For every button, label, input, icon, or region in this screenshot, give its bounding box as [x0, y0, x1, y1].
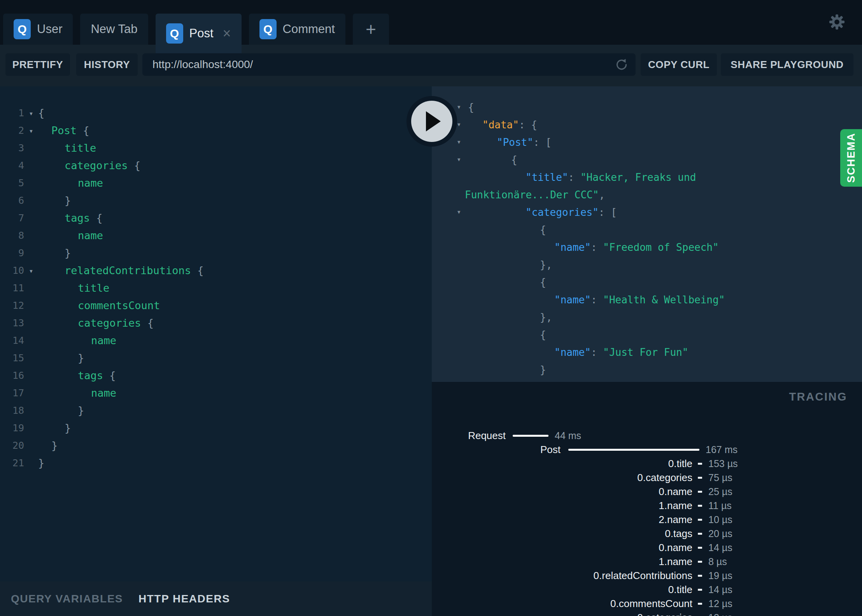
line-number: 20: [0, 440, 24, 451]
editor-line[interactable]: 10▾relatedContributions {: [0, 262, 432, 279]
code-token: }: [65, 422, 71, 434]
fold-arrow-icon[interactable]: ▾: [24, 126, 38, 135]
fold-arrow-icon[interactable]: ▾: [457, 138, 461, 145]
editor-line[interactable]: 4categories {: [0, 157, 432, 174]
execute-button[interactable]: [406, 96, 457, 147]
tracing-label: 0.commentsCount: [432, 598, 692, 610]
code-text: "Post": [: [497, 136, 552, 148]
code-text: commentsCount: [38, 299, 160, 312]
code-token: title: [65, 142, 96, 154]
tracing-label: 0.name: [432, 486, 692, 498]
editor-line[interactable]: 13categories {: [0, 314, 432, 332]
add-tab-button[interactable]: +: [353, 14, 389, 45]
fold-arrow-icon[interactable]: ▾: [457, 208, 461, 215]
editor-line[interactable]: 1▾{: [0, 104, 432, 122]
response-line: "name": "Freedom of Speech": [432, 238, 862, 256]
prettify-button[interactable]: PRETTIFY: [5, 53, 70, 76]
url-input[interactable]: [142, 53, 636, 76]
fold-arrow-icon[interactable]: ▾: [457, 156, 461, 163]
editor-line[interactable]: 2▾Post {: [0, 122, 432, 139]
tracing-label: 0.categories: [432, 612, 692, 616]
tab-label: Comment: [283, 22, 335, 36]
tab-comment[interactable]: QComment: [249, 14, 345, 45]
editor-line[interactable]: 8name: [0, 227, 432, 244]
code-token: categories: [65, 159, 128, 172]
code-token: {: [540, 329, 546, 341]
editor-line[interactable]: 20}: [0, 437, 432, 454]
line-number: 17: [0, 387, 24, 399]
tab-label: User: [37, 22, 62, 36]
tracing-label: 0.tags: [432, 528, 692, 540]
code-text: title: [38, 142, 96, 154]
editor-line[interactable]: 17name: [0, 384, 432, 402]
tracing-label: Post: [432, 444, 561, 456]
code-token: },: [540, 312, 552, 323]
tab-bar-region: QUserNew TabQPost×QComment+: [0, 0, 862, 45]
code-token: }: [51, 439, 58, 452]
tracing-row: 0.relatedContributions19 µs: [432, 569, 862, 583]
response-line: "name": "Just For Fun": [432, 343, 862, 361]
fold-arrow-icon[interactable]: ▾: [457, 121, 461, 128]
editor-line[interactable]: 12commentsCount: [0, 297, 432, 314]
line-number: 13: [0, 317, 24, 329]
line-number: 21: [0, 457, 24, 469]
code-text: "name": "Freedom of Speech": [554, 242, 719, 253]
editor-line[interactable]: 3title: [0, 139, 432, 157]
code-token: {: [468, 102, 474, 113]
code-token: "Freedom of Speech": [603, 242, 718, 253]
editor-line[interactable]: 9}: [0, 244, 432, 262]
code-token: {: [103, 369, 116, 382]
code-text: }: [38, 247, 71, 259]
response-line: ▾"categories": [: [432, 203, 862, 221]
code-text: name: [38, 229, 103, 242]
code-token: relatedContributions: [65, 264, 191, 276]
tracing-row: 1.name8 µs: [432, 555, 862, 569]
editor-line[interactable]: 5name: [0, 174, 432, 192]
close-icon[interactable]: ×: [223, 26, 231, 40]
tab-new-tab[interactable]: New Tab: [80, 14, 148, 45]
code-token: name: [91, 387, 116, 399]
editor-line[interactable]: 15}: [0, 349, 432, 367]
query-editor[interactable]: 1▾{2▾Post {3title4categories {5name6}7ta…: [0, 86, 432, 581]
copy-curl-button[interactable]: COPY CURL: [641, 53, 717, 76]
editor-line[interactable]: 7tags {: [0, 209, 432, 227]
tracing-time: 75 µs: [708, 472, 732, 483]
code-token: {: [540, 224, 546, 236]
code-token: tags: [65, 212, 90, 224]
schema-tab[interactable]: SCHEMA: [840, 129, 862, 187]
fold-arrow-icon[interactable]: ▾: [24, 266, 38, 275]
editor-line[interactable]: 6}: [0, 192, 432, 209]
tracing-time: 14 µs: [708, 542, 732, 553]
tracing-row: Request44 ms: [432, 429, 862, 443]
tracing-panel: TRACING Request44 msPost167 ms0.title153…: [432, 382, 862, 616]
reload-icon[interactable]: [615, 58, 629, 72]
fold-arrow-icon[interactable]: ▾: [457, 103, 461, 110]
tracing-label: 0.title: [432, 584, 692, 596]
editor-line[interactable]: 14name: [0, 332, 432, 349]
tab-user[interactable]: QUser: [3, 14, 73, 45]
code-token: "categories": [526, 206, 599, 218]
editor-line[interactable]: 18}: [0, 402, 432, 419]
line-number: 12: [0, 300, 24, 311]
tab-post[interactable]: QPost×: [156, 14, 242, 53]
http-headers-tab[interactable]: HTTP HEADERS: [138, 593, 230, 605]
response-line: Funktionäre...Der CCC",: [432, 186, 862, 203]
history-button[interactable]: HISTORY: [76, 53, 138, 76]
settings-gear-icon[interactable]: [828, 13, 846, 31]
code-token: }: [540, 364, 546, 376]
editor-line[interactable]: 16tags {: [0, 367, 432, 384]
code-text: "name": "Just For Fun": [554, 346, 688, 358]
fold-arrow-icon[interactable]: ▾: [24, 109, 38, 117]
code-text: "categories": [: [526, 206, 617, 218]
line-number: 16: [0, 370, 24, 381]
editor-line[interactable]: 11title: [0, 279, 432, 297]
share-playground-button[interactable]: SHARE PLAYGROUND: [721, 53, 853, 76]
editor-line[interactable]: 21}: [0, 454, 432, 472]
editor-line[interactable]: 19}: [0, 419, 432, 437]
tracing-label: 0.categories: [432, 472, 692, 484]
code-token: : {: [519, 119, 537, 131]
code-text: categories {: [38, 159, 140, 172]
tracing-bar: [513, 435, 548, 437]
response-line: },: [432, 256, 862, 273]
query-variables-tab[interactable]: QUERY VARIABLES: [11, 593, 123, 605]
